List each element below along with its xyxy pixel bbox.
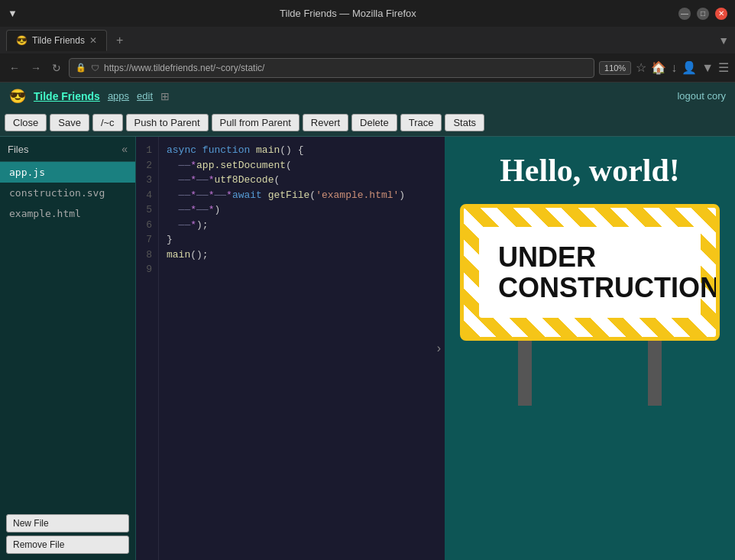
zoom-level: 110% <box>599 61 631 75</box>
tab-label: Tilde Friends <box>32 35 85 46</box>
save-button[interactable]: Save <box>50 114 89 131</box>
stats-button[interactable]: Stats <box>445 114 484 131</box>
logout-link[interactable]: logout cory <box>677 90 726 102</box>
new-file-button[interactable]: New File <box>6 514 129 532</box>
app-logo: 😎 <box>9 88 26 105</box>
titlebar-menu: ▼ <box>8 8 18 19</box>
preview-title: Hello, world! <box>500 152 680 189</box>
titlebar-chevron[interactable]: ▼ <box>8 8 18 19</box>
close-button[interactable]: Close <box>5 114 47 131</box>
new-tab-button[interactable]: + <box>110 31 129 50</box>
titlebar-title: Tilde Friends — Mozilla Firefox <box>18 8 678 19</box>
browser-tab[interactable]: 😎 Tilde Friends ✕ <box>6 30 107 51</box>
grid-icon[interactable]: ⊞ <box>160 90 170 102</box>
forward-button[interactable]: → <box>28 59 44 77</box>
menu-icon[interactable]: ☰ <box>718 60 729 75</box>
revert-button[interactable]: Revert <box>303 114 348 131</box>
comment-button[interactable]: /~c <box>92 114 123 131</box>
download-icon[interactable]: ↓ <box>671 61 677 75</box>
sign-text-line1: UNDER <box>498 242 720 273</box>
sign-post-right <box>648 341 662 406</box>
app-header: 😎 Tilde Friends apps edit ⊞ logout cory <box>0 83 735 109</box>
sign-posts <box>460 341 720 406</box>
address-bar[interactable]: 🔒 🛡 https://www.tildefriends.net/~cory/s… <box>69 58 594 78</box>
nav-tools: ☆ 🏠 ↓ 👤 ▼ ☰ <box>636 60 729 75</box>
code-content[interactable]: async function main() { ——*app.setDocume… <box>159 137 445 560</box>
tab-close-button[interactable]: ✕ <box>89 35 97 46</box>
app-header-right: logout cory <box>677 90 726 102</box>
sidebar-collapse-button[interactable]: « <box>121 143 128 155</box>
refresh-button[interactable]: ↻ <box>49 59 64 77</box>
sign-board: UNDER CONSTRUCTION 🚧 <box>460 204 720 341</box>
bookmark-icon[interactable]: ☆ <box>636 60 646 75</box>
back-button[interactable]: ← <box>6 59 23 77</box>
lock-icon: 🛡 <box>91 63 99 73</box>
app-header-left: 😎 Tilde Friends apps edit ⊞ <box>9 88 170 105</box>
tabs-dropdown-button[interactable]: ▼ <box>718 34 729 47</box>
maximize-button[interactable]: □ <box>697 8 709 20</box>
code-editor-area[interactable]: 1 2 3 4 5 6 7 8 9 async function main() … <box>136 137 445 560</box>
delete-button[interactable]: Delete <box>351 114 397 131</box>
scroll-cursor: › <box>437 342 441 355</box>
pull-from-parent-button[interactable]: Pull from Parent <box>212 114 300 131</box>
file-item-constructionsvg[interactable]: construction.svg <box>0 183 135 203</box>
app-title-link[interactable]: Tilde Friends <box>34 90 100 102</box>
sign-inner: UNDER CONSTRUCTION 🚧 <box>479 227 701 318</box>
profile-icon[interactable]: 👤 <box>682 60 697 75</box>
vpn-icon[interactable]: ▼ <box>701 61 714 75</box>
sidebar-header: Files « <box>0 137 135 162</box>
navbars: ← → ↻ 🔒 🛡 https://www.tildefriends.net/~… <box>0 53 735 83</box>
titlebar: ▼ Tilde Friends — Mozilla Firefox — □ ✕ <box>0 0 735 27</box>
preview-area: Hello, world! UNDER CONSTRUCTION 🚧 <box>445 137 735 560</box>
code-editor: 1 2 3 4 5 6 7 8 9 async function main() … <box>136 137 445 560</box>
sign-post-left <box>518 341 532 406</box>
tabbar: 😎 Tilde Friends ✕ + ▼ <box>0 27 735 53</box>
close-window-button[interactable]: ✕ <box>715 8 727 20</box>
line-numbers: 1 2 3 4 5 6 7 8 9 <box>136 137 159 560</box>
file-item-examplehtml[interactable]: example.html <box>0 203 135 224</box>
edit-link[interactable]: edit <box>137 90 153 102</box>
sign-text-block: UNDER CONSTRUCTION <box>498 242 720 303</box>
main-area: Files « app.js construction.svg example.… <box>0 137 735 560</box>
remove-file-button[interactable]: Remove File <box>6 536 129 554</box>
file-list: app.js construction.svg example.html <box>0 162 135 508</box>
minimize-button[interactable]: — <box>678 8 691 20</box>
titlebar-controls: — □ ✕ <box>678 8 727 20</box>
sidebar-title: Files <box>8 144 28 155</box>
sidebar-buttons: New File Remove File <box>0 508 135 560</box>
file-item-appjs[interactable]: app.js <box>0 162 135 183</box>
sign-text-line2: CONSTRUCTION <box>498 273 720 303</box>
apps-link[interactable]: apps <box>108 90 129 102</box>
toolbar: Close Save /~c Push to Parent Pull from … <box>0 109 735 137</box>
url-display: https://www.tildefriends.net/~cory/stati… <box>104 63 264 73</box>
sidebar: Files « app.js construction.svg example.… <box>0 137 136 560</box>
pocket-icon[interactable]: 🏠 <box>651 60 666 75</box>
push-to-parent-button[interactable]: Push to Parent <box>126 114 209 131</box>
under-construction-sign: UNDER CONSTRUCTION 🚧 <box>460 204 720 406</box>
trace-button[interactable]: Trace <box>400 114 442 131</box>
tab-favicon: 😎 <box>16 35 28 46</box>
security-icon: 🔒 <box>76 63 86 73</box>
